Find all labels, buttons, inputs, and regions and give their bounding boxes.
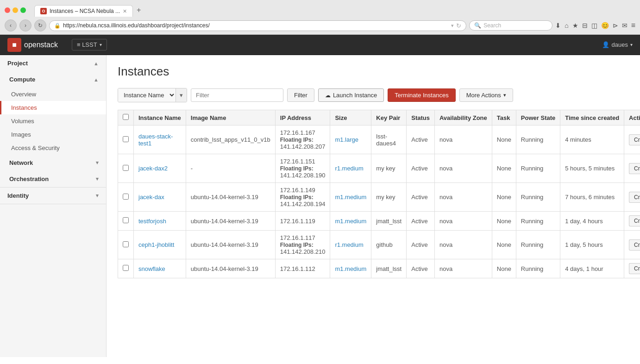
sidebar-item-images[interactable]: Images bbox=[0, 128, 106, 141]
sidebar-project-header[interactable]: Project ▲ bbox=[0, 55, 106, 71]
sidebar-compute-header[interactable]: Compute ▲ bbox=[0, 71, 106, 88]
forward-button[interactable]: › bbox=[19, 19, 31, 31]
sidebar-compute-label: Compute bbox=[9, 76, 35, 83]
maximize-dot[interactable] bbox=[20, 7, 26, 13]
active-tab[interactable]: O Instances – NCSA Nebula ... ✕ bbox=[34, 5, 133, 17]
table-header-row: Instance Name Image Name IP Address Size… bbox=[118, 110, 640, 126]
instance-link-5[interactable]: snowflake bbox=[138, 265, 165, 272]
cell-availability-zone-4: nova bbox=[434, 231, 492, 259]
minimize-dot[interactable] bbox=[13, 7, 18, 13]
history-icon[interactable]: ⊟ bbox=[582, 22, 588, 29]
cell-image-name-5: ubuntu-14.04-kernel-3.19 bbox=[186, 259, 275, 278]
action-dropdown-3: Create Snapshot ▾ bbox=[629, 215, 640, 226]
sidebar-item-volumes[interactable]: Volumes bbox=[0, 114, 106, 128]
pocket-icon[interactable]: ◫ bbox=[591, 22, 597, 29]
instance-link-1[interactable]: jacek-dax2 bbox=[138, 165, 168, 172]
launch-instance-button[interactable]: ☁ Launch Instance bbox=[318, 88, 384, 102]
refresh-button[interactable]: ↻ bbox=[34, 19, 46, 31]
create-snapshot-button-0[interactable]: Create Snapshot bbox=[629, 134, 640, 145]
instance-link-4[interactable]: ceph1-jhoblitt bbox=[138, 241, 174, 248]
instance-link-0[interactable]: daues-stack-test1 bbox=[138, 133, 173, 147]
floating-ips-label-1: Floating IPs: bbox=[280, 165, 314, 172]
emoji-icon[interactable]: 😊 bbox=[601, 22, 609, 29]
cast-icon[interactable]: ⊳ bbox=[613, 22, 618, 29]
new-tab-button[interactable]: + bbox=[133, 4, 144, 17]
content-area: Instances Instance Name ▾ Filter ☁ Launc… bbox=[107, 55, 640, 357]
create-snapshot-button-3[interactable]: Create Snapshot bbox=[629, 215, 640, 226]
floating-ips-label-0: Floating IPs: bbox=[280, 137, 314, 143]
sidebar-identity-header[interactable]: Identity ▾ bbox=[0, 188, 106, 204]
table-toolbar: Instance Name ▾ Filter ☁ Launch Instance… bbox=[118, 88, 629, 102]
size-link-5[interactable]: m1.medium bbox=[335, 265, 366, 272]
home-icon[interactable]: ⌂ bbox=[565, 22, 568, 29]
top-nav: ■ openstack ≡ LSST ▾ 👤 daues ▾ bbox=[0, 35, 640, 55]
user-menu[interactable]: 👤 daues ▾ bbox=[602, 41, 633, 48]
search-bar[interactable]: 🔍 Search bbox=[469, 20, 552, 31]
sidebar-orchestration-label: Orchestration bbox=[9, 176, 49, 182]
row-checkbox-3[interactable] bbox=[123, 217, 129, 223]
openstack-logo: ■ openstack bbox=[7, 38, 58, 52]
url-dropdown-icon: ▾ bbox=[451, 23, 454, 29]
cell-status-2: Active bbox=[407, 183, 435, 212]
sidebar-orchestration-header[interactable]: Orchestration ▾ bbox=[0, 171, 106, 187]
header-checkbox-cell bbox=[118, 110, 134, 126]
reload-icon[interactable]: ↻ bbox=[456, 22, 461, 29]
sidebar-item-overview[interactable]: Overview bbox=[0, 88, 106, 101]
cell-availability-zone-5: nova bbox=[434, 259, 492, 278]
more-actions-button[interactable]: More Actions ▾ bbox=[459, 88, 513, 102]
cell-image-name-4: ubuntu-14.04-kernel-3.19 bbox=[186, 231, 275, 259]
col-ip-address: IP Address bbox=[275, 110, 330, 126]
filter-select[interactable]: Instance Name bbox=[118, 88, 176, 102]
floating-ips-label-4: Floating IPs: bbox=[280, 242, 314, 248]
row-checkbox-4[interactable] bbox=[123, 241, 129, 247]
cell-power-state-5: Running bbox=[516, 259, 560, 278]
browser-toolbar-icons: ⬇ ⌂ ★ ⊟ ◫ 😊 ⊳ ✉ ≡ bbox=[555, 21, 635, 30]
row-checkbox-2[interactable] bbox=[123, 194, 129, 200]
close-dot[interactable] bbox=[5, 7, 10, 13]
table-body: daues-stack-test1 contrib_lsst_apps_v11_… bbox=[118, 126, 640, 278]
size-link-3[interactable]: m1.medium bbox=[335, 218, 366, 225]
row-checkbox-0[interactable] bbox=[123, 136, 129, 142]
instance-link-3[interactable]: testforjosh bbox=[138, 218, 166, 225]
cell-power-state-3: Running bbox=[516, 212, 560, 231]
share-icon[interactable]: ✉ bbox=[622, 22, 627, 29]
row-checkbox-cell bbox=[118, 183, 134, 212]
browser-dots bbox=[5, 7, 26, 13]
cell-availability-zone-2: nova bbox=[434, 183, 492, 212]
create-snapshot-button-5[interactable]: Create Snapshot bbox=[629, 263, 640, 274]
size-link-1[interactable]: r1.medium bbox=[335, 165, 363, 172]
create-snapshot-button-1[interactable]: Create Snapshot bbox=[629, 163, 640, 174]
create-snapshot-button-2[interactable]: Create Snapshot bbox=[629, 192, 640, 203]
cell-time-5: 4 days, 1 hour bbox=[560, 259, 624, 278]
project-selector[interactable]: ≡ LSST ▾ bbox=[72, 39, 107, 50]
bookmark-icon[interactable]: ★ bbox=[572, 22, 578, 29]
menu-icon[interactable]: ≡ bbox=[631, 21, 635, 30]
sidebar-network-header[interactable]: Network ▾ bbox=[0, 155, 106, 171]
sidebar-item-access-security[interactable]: Access & Security bbox=[0, 141, 106, 155]
size-link-0[interactable]: m1.large bbox=[335, 136, 358, 143]
row-checkbox-1[interactable] bbox=[123, 165, 129, 171]
sidebar-item-volumes-label: Volumes bbox=[11, 118, 34, 125]
tab-close-icon[interactable]: ✕ bbox=[123, 8, 127, 14]
download-icon[interactable]: ⬇ bbox=[555, 22, 561, 29]
instance-link-2[interactable]: jacek-dax bbox=[138, 194, 164, 201]
back-button[interactable]: ‹ bbox=[5, 19, 17, 31]
row-checkbox-5[interactable] bbox=[123, 265, 129, 271]
url-bar[interactable]: 🔒 https://nebula.ncsa.illinois.edu/dashb… bbox=[49, 20, 466, 31]
cell-status-1: Active bbox=[407, 154, 435, 183]
create-snapshot-button-4[interactable]: Create Snapshot bbox=[629, 239, 640, 251]
row-checkbox-cell bbox=[118, 231, 134, 259]
select-all-checkbox[interactable] bbox=[123, 114, 129, 120]
app: ■ openstack ≡ LSST ▾ 👤 daues ▾ Project ▲ bbox=[0, 35, 640, 357]
cell-ip-address-5: 172.16.1.112 bbox=[275, 259, 330, 278]
filter-input[interactable] bbox=[191, 88, 283, 102]
terminate-instances-button[interactable]: Terminate Instances bbox=[388, 88, 455, 102]
sidebar-item-instances[interactable]: Instances bbox=[0, 101, 106, 114]
size-link-4[interactable]: r1.medium bbox=[335, 241, 363, 248]
size-link-2[interactable]: m1.medium bbox=[335, 194, 366, 201]
row-checkbox-cell bbox=[118, 212, 134, 231]
col-key-pair: Key Pair bbox=[371, 110, 407, 126]
user-chevron-icon: ▾ bbox=[630, 42, 633, 47]
filter-button[interactable]: Filter bbox=[287, 88, 314, 102]
cell-status-3: Active bbox=[407, 212, 435, 231]
